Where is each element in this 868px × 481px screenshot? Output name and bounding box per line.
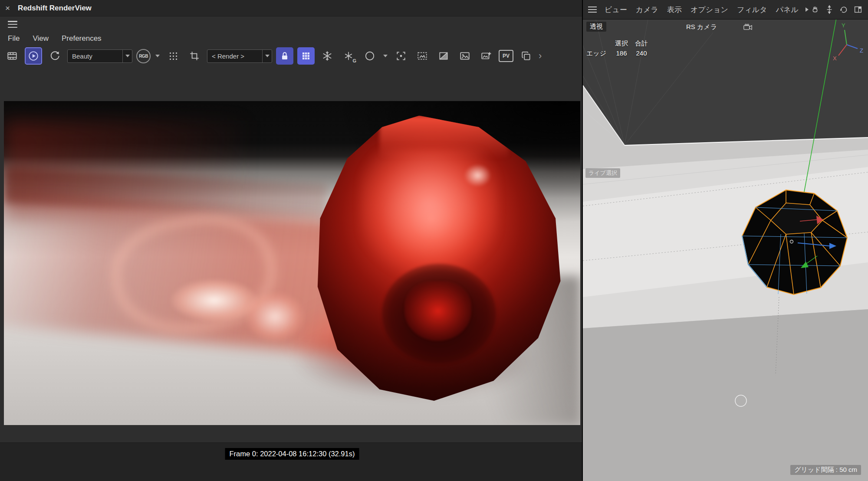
- dot-grid-icon: [168, 51, 178, 61]
- stats-total-count: 240: [631, 49, 651, 58]
- channel-dropdown-caret[interactable]: [155, 55, 161, 57]
- c4d-viewport-panel: ビュー カメラ 表示 オプション フィルタ パネル: [583, 0, 868, 481]
- axis-z-label: Z: [860, 47, 863, 54]
- menu-file[interactable]: File: [8, 34, 20, 43]
- camera-name-label[interactable]: RS カメラ: [686, 23, 717, 31]
- camera-row: RS カメラ: [686, 23, 753, 31]
- menu-view-jp[interactable]: ビュー: [600, 5, 631, 15]
- grid-icon: [301, 51, 311, 61]
- render-image: [4, 101, 580, 425]
- grid-button[interactable]: [297, 47, 315, 65]
- render-caustic-highlight: [171, 279, 257, 321]
- live-selection-hint: ライブ選択: [585, 168, 620, 178]
- dropdown-caret-icon: [122, 50, 132, 62]
- toggle-panel-icon[interactable]: [853, 5, 863, 14]
- renderview-titlebar[interactable]: × Redshift RenderView: [0, 0, 582, 16]
- send-to-pv-button[interactable]: PV: [499, 50, 513, 62]
- menu-panel-jp[interactable]: パネル: [772, 5, 803, 15]
- menu-more-arrow-icon[interactable]: [806, 7, 809, 12]
- snapshot-image-button[interactable]: [456, 47, 473, 65]
- start-render-button[interactable]: [25, 47, 42, 65]
- viewport-3d[interactable]: Y Z X 透視 RS カメラ: [583, 20, 868, 481]
- view-name-label[interactable]: 透視: [586, 22, 606, 32]
- stats-header-selected: 選択: [612, 39, 631, 48]
- gem-heart-core: [404, 281, 471, 341]
- close-window-button[interactable]: ×: [5, 4, 10, 12]
- renderview-hamburger-icon[interactable]: [8, 21, 17, 28]
- region-dropdown-caret[interactable]: [382, 55, 388, 57]
- dither-button[interactable]: [164, 47, 182, 65]
- renderview-window: × Redshift RenderView File View Preferen…: [0, 0, 582, 481]
- render-target-dropdown[interactable]: < Render >: [207, 49, 272, 63]
- renderview-toolbar: Beauty RGB < Render >: [3, 47, 542, 65]
- lock-button[interactable]: [276, 47, 293, 65]
- render-target-value: < Render >: [212, 52, 262, 60]
- stats-row-label: エッジ: [586, 49, 612, 58]
- image-icon: [459, 50, 470, 62]
- pan-hand-icon[interactable]: [810, 5, 820, 14]
- snapshot-film-button[interactable]: [3, 47, 21, 65]
- freeze-global-button[interactable]: G: [340, 47, 357, 65]
- background-region: [583, 20, 868, 145]
- renderview-menubar: File View Preferences: [8, 33, 115, 44]
- viewport-hamburger-icon[interactable]: [588, 7, 597, 13]
- image-plus-icon: [480, 50, 492, 62]
- render-region-button[interactable]: [414, 47, 431, 65]
- split-image-icon: [438, 50, 449, 62]
- crosshair-icon: [395, 50, 407, 62]
- add-snapshot-button[interactable]: [477, 47, 495, 65]
- refresh-icon: [49, 50, 60, 62]
- lock-icon: [279, 51, 290, 61]
- copy-button[interactable]: [517, 47, 535, 65]
- snowflake-icon: [344, 51, 353, 61]
- freeze-g-label: G: [352, 58, 356, 63]
- snowflake-icon: [322, 50, 333, 62]
- frame-status-text: Frame 0: 2022-04-08 16:12:30 (32.91s): [225, 448, 359, 460]
- channel-rgb-button[interactable]: RGB: [136, 49, 151, 63]
- viewport-menubar: ビュー カメラ 表示 オプション フィルタ パネル: [583, 0, 868, 20]
- camera-icon[interactable]: [743, 24, 753, 31]
- menu-preferences[interactable]: Preferences: [62, 34, 102, 43]
- menu-filter-jp[interactable]: フィルタ: [733, 5, 772, 15]
- region-image-icon: [417, 50, 428, 62]
- menu-display-jp[interactable]: 表示: [663, 5, 686, 15]
- restart-render-button[interactable]: [46, 47, 63, 65]
- renderview-footer: Frame 0: 2022-04-08 16:12:30 (32.91s): [0, 442, 582, 481]
- ab-compare-button[interactable]: [435, 47, 452, 65]
- pv-label: PV: [503, 53, 510, 59]
- selection-stats: 選択 合計 エッジ 186 240: [586, 39, 651, 58]
- render-pass-dropdown[interactable]: Beauty: [67, 49, 132, 63]
- play-icon: [28, 50, 39, 62]
- menu-view[interactable]: View: [33, 34, 49, 43]
- stats-header-total: 合計: [631, 39, 651, 48]
- axis-x-label: X: [833, 55, 837, 62]
- freeze-button[interactable]: [319, 47, 336, 65]
- grid-spacing-label: グリッド間隔 : 50 cm: [790, 465, 861, 475]
- floor-near-band: [583, 309, 868, 481]
- window-title: Redshift RenderView: [18, 4, 92, 13]
- dolly-move-icon[interactable]: [825, 5, 834, 14]
- toolbar-overflow-indicator[interactable]: ›: [539, 51, 542, 61]
- stats-selected-count: 186: [612, 49, 631, 58]
- axis-y-label: Y: [842, 22, 845, 29]
- rotate-view-icon[interactable]: [839, 5, 848, 14]
- viewport-nav-icons: [810, 5, 863, 14]
- circle-icon: [364, 50, 375, 62]
- crop-button[interactable]: [186, 47, 203, 65]
- viewport-scene: Y Z X: [583, 20, 868, 481]
- desktop: × Redshift RenderView File View Preferen…: [0, 0, 868, 481]
- dropdown-caret-icon: [262, 50, 272, 62]
- focus-button[interactable]: [392, 47, 410, 65]
- copy-icon: [520, 50, 532, 62]
- menu-options-jp[interactable]: オプション: [686, 5, 733, 15]
- menu-camera-jp[interactable]: カメラ: [631, 5, 663, 15]
- region-circle-button[interactable]: [361, 47, 378, 65]
- render-pass-value: Beauty: [72, 52, 122, 60]
- crop-icon: [189, 50, 200, 62]
- gem-specular: [464, 164, 491, 187]
- rgb-label: RGB: [139, 54, 148, 59]
- film-icon: [7, 50, 18, 62]
